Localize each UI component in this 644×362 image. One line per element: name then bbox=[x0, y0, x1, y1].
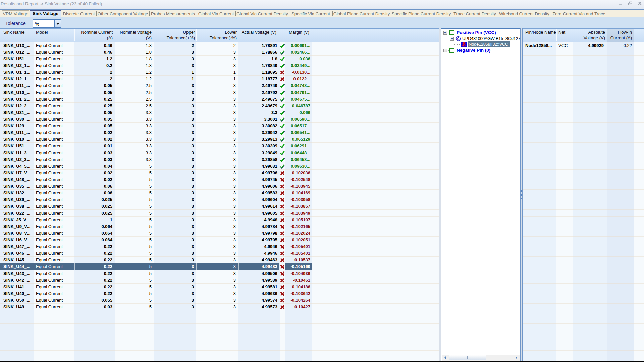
svg-text:C: C bbox=[457, 37, 459, 41]
svg-text:P: P bbox=[463, 43, 465, 46]
